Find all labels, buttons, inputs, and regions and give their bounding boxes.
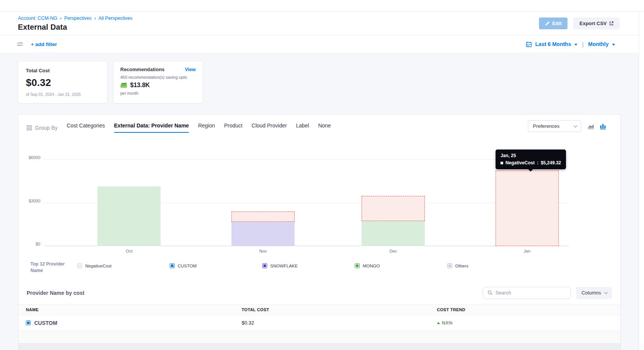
breadcrumb-perspectives[interactable]: Perspectives [64,16,92,21]
chart-plot: $0$3000$6000 Jan, 25 NegativeCost : $5,2… [44,160,569,246]
legend-item-label: Others [455,264,469,268]
column-header-name[interactable]: NAME [26,307,242,312]
savings-amount: $13.8K [130,82,150,89]
y-axis-tick: $0 [36,242,40,246]
x-axis-label: Jan [524,249,531,253]
total-cost-period: of Sep 01, 2024 - Jan 31, 2025 [26,92,99,97]
bar-dec[interactable] [362,160,425,246]
granularity-select[interactable]: Monthly [588,41,609,47]
recommendations-label: Recommendations [120,67,164,72]
row-cost-trend: NA% [442,320,453,326]
money-icon [120,83,128,88]
tab-region[interactable]: Region [198,123,215,133]
chevron-down-icon [574,124,577,127]
add-filter-button[interactable]: + add filter [31,41,57,47]
bar-segment-mongo[interactable] [362,221,425,246]
chart-legend: Top 12 Provider Name NegativeCostCUSTOMS… [18,261,620,274]
legend-item-custom[interactable]: CUSTOM [170,263,262,268]
tooltip-title: Jan, 25 [501,153,561,158]
legend-item-label: MONGO [363,264,380,268]
recommendations-card: Recommendations View 450 recommendation(… [113,61,203,103]
bar-segment-negativecost[interactable] [362,196,425,221]
table-row[interactable]: CUSTOM $0.32 NA% [18,315,620,331]
time-range-select[interactable]: Last 6 Months [535,41,571,47]
bar-segment-mongo[interactable] [97,186,161,246]
export-csv-button[interactable]: Export CSV [573,18,620,29]
view-recommendations-link[interactable]: View [185,67,196,72]
breadcrumb-all-perspectives[interactable]: All Perspectives [99,16,132,21]
table-title: Provider Name by cost [27,290,84,296]
breadcrumb-separator-icon: › [60,15,62,21]
preferences-dropdown[interactable]: Preferences [528,120,581,132]
bar-chart-icon[interactable] [600,123,607,129]
caret-down-icon [574,44,577,46]
tab-external-data-provider-name[interactable]: External Data: Provider Name [114,123,189,133]
groupby-tabs: Cost CategoriesExternal Data: Provider N… [67,123,331,133]
tooltip-series-name: NegativeCost [505,160,535,165]
legend-item-snowflake[interactable]: SNOWFLAKE [262,263,355,268]
x-axis-label: Nov [259,249,267,253]
total-cost-card: Total Cost $0.32 of Sep 01, 2024 - Jan 3… [18,61,107,103]
calendar-icon [526,41,532,47]
savings-cadence: per month [120,91,196,95]
y-axis-tick: $3000 [29,199,40,203]
tab-cost-categories[interactable]: Cost Categories [67,123,105,133]
row-provider-name: CUSTOM [34,320,57,326]
area-chart-icon[interactable] [587,123,596,129]
filter-settings-icon[interactable] [17,41,23,47]
trend-up-icon [437,322,440,324]
tab-cloud-provider[interactable]: Cloud Provider [252,123,287,133]
tooltip-series-bullet [501,162,503,164]
legend-item-mongo[interactable]: MONGO [355,263,447,268]
x-axis-label: Dec [389,249,397,253]
legend-item-negativecost[interactable]: NegativeCost [77,263,170,268]
edit-button[interactable]: Edit [539,18,568,29]
row-total-cost: $0.32 [242,320,437,326]
search-input[interactable] [496,290,566,296]
breadcrumb: Account: CCM-NG › Perspectives › All Per… [18,15,132,21]
grid-icon [27,125,32,130]
search-icon [488,290,493,295]
tab-product[interactable]: Product [224,123,242,133]
legend-swatch [262,263,267,268]
columns-button[interactable]: Columns [576,287,612,299]
bar-segment-negativecost[interactable] [496,170,559,246]
tooltip-value: $5,249.32 [541,160,561,165]
group-by-label: Group By [27,125,57,131]
column-header-total-cost[interactable]: TOTAL COST [242,307,437,312]
breadcrumb-separator-icon: › [94,15,96,21]
legend-swatch [77,263,82,268]
legend-item-label: NegativeCost [85,264,112,268]
scrollbar-track[interactable] [639,11,639,350]
legend-items: NegativeCostCUSTOMSNOWFLAKEMONGOOthers [77,261,540,268]
legend-swatch [170,263,175,268]
filter-toolbar: + add filter Last 6 Months | Monthly [0,35,639,53]
breadcrumb-account[interactable]: Account: CCM-NG [18,16,57,21]
total-cost-value: $0.32 [26,77,99,89]
table-row-partial[interactable] [18,331,620,344]
tab-label[interactable]: Label [296,123,309,133]
search-box[interactable] [483,287,571,299]
y-axis-tick: $6000 [29,155,40,160]
bar-segment-snowflake[interactable] [231,222,295,246]
perspective-panel: Group By Cost CategoriesExternal Data: P… [18,114,621,350]
chart-tooltip: Jan, 25 NegativeCost : $5,249.32 [496,150,566,169]
legend-item-others[interactable]: Others [447,263,540,268]
legend-swatch [355,263,360,268]
x-axis-label: Oct [126,249,132,253]
content-area: Total Cost $0.32 of Sep 01, 2024 - Jan 3… [0,54,639,350]
toolbar-separator: | [582,41,583,48]
recommendations-summary: 450 recommendation(s) saving upto [120,75,196,80]
pencil-icon [545,21,550,26]
bar-jan[interactable] [496,160,559,246]
bar-oct[interactable] [97,160,161,246]
total-cost-label: Total Cost [26,68,99,73]
bar-nov[interactable] [231,160,295,246]
legend-item-label: SNOWFLAKE [270,264,298,268]
bar-segment-negativecost[interactable] [231,212,295,222]
column-header-cost-trend[interactable]: COST TREND [437,307,613,312]
table-row-cut [18,344,620,350]
chart-xlabels: OctNovDecJan [44,246,569,256]
app-viewport: Account: CCM-NG › Perspectives › All Per… [0,0,644,350]
tab-none[interactable]: None [318,123,331,133]
